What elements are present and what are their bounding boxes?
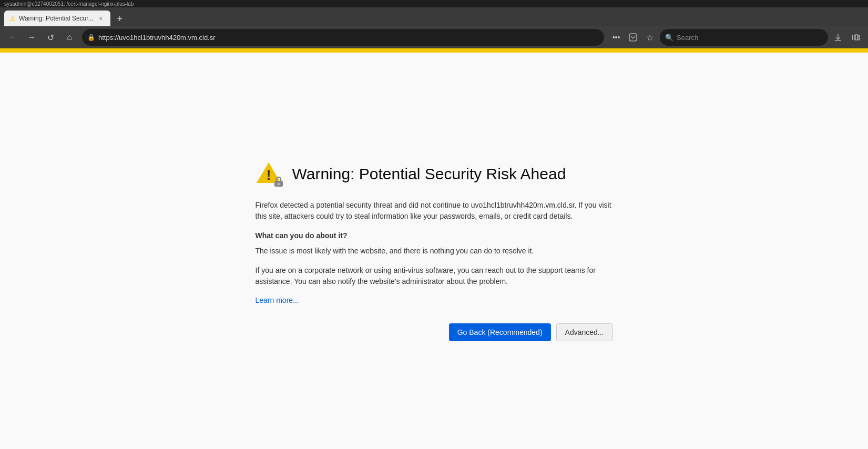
nav-bar: ← → ↺ ⌂ 🔒 https://uvo1hcl1btruvhh420m.vm… [0, 26, 868, 48]
warning-icon-container: ! [256, 161, 284, 187]
warning-body: Firefox detected a potential security th… [256, 200, 613, 287]
svg-point-9 [278, 183, 280, 185]
lock-overlay-icon [273, 176, 284, 187]
pocket-button[interactable] [625, 29, 641, 45]
what-can-you-do-label: What can you do about it? [256, 230, 613, 241]
page-warning-border [0, 48, 868, 53]
svg-rect-0 [629, 34, 637, 41]
nav-right-icons: ••• ☆ [608, 29, 658, 45]
search-placeholder: Search [677, 34, 698, 42]
new-tab-button[interactable]: + [113, 12, 127, 26]
browser-chrome: sysadmin@c0274002051: /cert-manager-ngin… [0, 0, 868, 48]
warning-card: ! Warning: Potential Security Risk Ahead… [234, 150, 634, 352]
svg-rect-4 [855, 35, 857, 40]
url-bar[interactable]: 🔒 https://uvo1hcl1btruvhh420m.vm.cld.sr [82, 29, 604, 46]
go-back-button[interactable]: Go Back (Recommended) [449, 323, 551, 341]
tab-close-button[interactable]: × [97, 14, 105, 23]
back-button[interactable]: ← [4, 29, 21, 46]
url-text: https://uvo1hcl1btruvhh420m.vm.cld.sr [98, 34, 599, 42]
tab-warning-icon: ⚠ [9, 15, 16, 23]
svg-rect-5 [858, 35, 860, 40]
tab-bar: ⚠ Warning: Potential Secur... × + [0, 7, 868, 26]
page-content: ! Warning: Potential Security Risk Ahead… [0, 53, 868, 449]
issue-text: The issue is most likely with the websit… [256, 246, 613, 257]
tab-title: Warning: Potential Secur... [19, 15, 94, 22]
warning-intro-text: Firefox detected a potential security th… [256, 200, 613, 222]
search-bar[interactable]: 🔍 Search [660, 29, 828, 46]
warning-header: ! Warning: Potential Security Risk Ahead [256, 161, 613, 187]
corporate-text: If you are on a corporate network or usi… [256, 265, 613, 287]
reload-button[interactable]: ↺ [42, 29, 59, 46]
search-icon: 🔍 [665, 34, 673, 42]
advanced-button[interactable]: Advanced... [556, 323, 613, 341]
svg-text:!: ! [266, 167, 271, 183]
url-security-icon: 🔒 [87, 34, 95, 41]
download-button[interactable] [830, 29, 846, 45]
learn-more-link[interactable]: Learn more... [256, 296, 299, 304]
bookmark-button[interactable]: ☆ [642, 29, 658, 45]
button-row: Go Back (Recommended) Advanced... [256, 323, 613, 341]
library-button[interactable] [848, 29, 864, 45]
warning-title: Warning: Potential Security Risk Ahead [292, 165, 566, 183]
prev-tab-bar: sysadmin@c0274002051: /cert-manager-ngin… [0, 0, 868, 7]
forward-button[interactable]: → [23, 29, 40, 46]
active-tab[interactable]: ⚠ Warning: Potential Secur... × [4, 11, 110, 26]
home-button[interactable]: ⌂ [61, 29, 78, 46]
prev-tab-text: sysadmin@c0274002051: /cert-manager-ngin… [4, 1, 134, 7]
more-options-button[interactable]: ••• [608, 29, 624, 45]
